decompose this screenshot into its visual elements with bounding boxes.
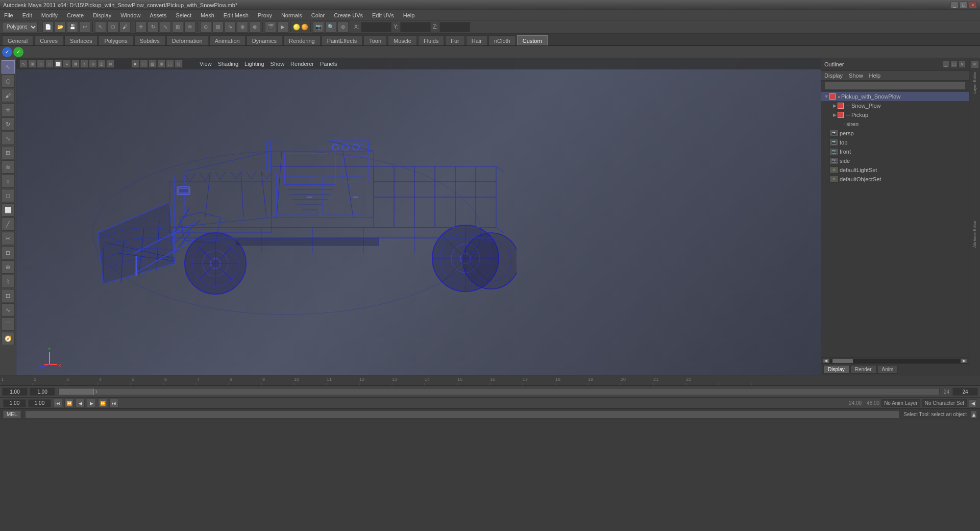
tab-fur[interactable]: Fur xyxy=(445,35,465,45)
offset-edge-btn[interactable]: ⊟ xyxy=(2,246,15,259)
snap-to-curve-btn[interactable]: ∿ xyxy=(225,21,236,33)
light-ball-orange[interactable] xyxy=(301,23,308,31)
save-scene-button[interactable]: 💾 xyxy=(67,21,78,33)
frame-current-input[interactable] xyxy=(28,399,51,407)
expand-icon[interactable]: ▶ xyxy=(831,103,838,109)
snap-to-view-btn[interactable]: ⊗ xyxy=(249,21,260,33)
menu-display[interactable]: Display xyxy=(91,11,113,19)
vp-menu-lighting[interactable]: Lighting xyxy=(244,61,264,67)
move-tool-btn[interactable]: ✛ xyxy=(135,21,146,33)
tab-general[interactable]: General xyxy=(2,35,33,45)
timeline-slider-row[interactable]: 1 24 xyxy=(0,386,980,397)
go-to-start-btn[interactable]: ⏮ xyxy=(53,399,62,408)
y-field[interactable] xyxy=(400,22,431,32)
tree-item-pickup-snowplow[interactable]: ▼ ⬥ Pickup_with_SnowPlow xyxy=(821,92,969,101)
vp-shading3[interactable]: ▨ xyxy=(149,60,157,68)
menu-edit-uvs[interactable]: Edit UVs xyxy=(370,11,396,19)
vp-shading6[interactable]: ⊟ xyxy=(175,60,183,68)
vp-shading1[interactable]: ■ xyxy=(131,60,139,68)
play-back-btn[interactable]: ◀ xyxy=(76,399,85,408)
menu-proxy[interactable]: Proxy xyxy=(256,11,274,19)
vp-icon8[interactable]: ⌇ xyxy=(80,60,88,68)
menu-create-uvs[interactable]: Create UVs xyxy=(332,11,365,19)
select-tool-btn[interactable]: ↖ xyxy=(95,21,106,33)
vp-menu-show[interactable]: Show xyxy=(271,61,285,67)
tab-fluids[interactable]: Fluids xyxy=(418,35,444,45)
scale-left-btn[interactable]: ⤡ xyxy=(2,132,15,145)
paint-select-left-btn[interactable]: 🖌 xyxy=(2,89,15,102)
x-field[interactable] xyxy=(361,22,391,32)
tab-surfaces[interactable]: Surfaces xyxy=(64,35,97,45)
ipr-btn[interactable]: ▶ xyxy=(277,21,288,33)
current-frame-field[interactable] xyxy=(30,388,55,396)
select-arrow-btn[interactable]: ↖ xyxy=(2,60,15,74)
rotate-left-btn[interactable]: ↻ xyxy=(2,117,15,131)
menu-create[interactable]: Create xyxy=(65,11,86,19)
tab-custom[interactable]: Custom xyxy=(517,35,548,45)
new-scene-button[interactable]: 📄 xyxy=(42,21,54,33)
tab-painteffects[interactable]: PaintEffects xyxy=(322,35,363,45)
step-forward-btn[interactable]: ⏩ xyxy=(98,399,107,408)
outliner-help-menu[interactable]: Help xyxy=(869,73,881,79)
outliner-maximize[interactable]: □ xyxy=(950,61,958,68)
split-poly-btn[interactable]: ╱ xyxy=(2,218,15,231)
green-check-icon[interactable]: ✓ xyxy=(13,47,23,57)
tab-hair[interactable]: Hair xyxy=(466,35,487,45)
menu-select[interactable]: Select xyxy=(174,11,193,19)
vp-icon3[interactable]: ⊙ xyxy=(37,60,45,68)
close-button[interactable]: × xyxy=(969,2,977,9)
tab-toon[interactable]: Toon xyxy=(363,35,387,45)
sculpt-btn[interactable]: ○ xyxy=(2,175,15,188)
vp-icon4[interactable]: □ xyxy=(45,60,54,68)
tree-item-defaultobjectset[interactable]: ⊙ defaultObjectSet xyxy=(821,175,969,184)
tab-muscle[interactable]: Muscle xyxy=(388,35,417,45)
append-poly-btn[interactable]: ⬜ xyxy=(2,203,15,216)
soft-mod-left-btn[interactable]: ≋ xyxy=(2,160,15,174)
tree-item-top[interactable]: 📷 top xyxy=(821,138,969,147)
timeline-end-btn[interactable]: ◀ xyxy=(969,399,977,407)
outliner-tree[interactable]: ▼ ⬥ Pickup_with_SnowPlow ▶ — Snow_Pl xyxy=(821,91,969,225)
frame-start-input[interactable] xyxy=(3,399,26,407)
panel-tab-anim[interactable]: Anim xyxy=(877,365,898,374)
menu-help[interactable]: Help xyxy=(401,11,417,19)
vp-icon7[interactable]: ⊠ xyxy=(71,60,80,68)
outliner-show-menu[interactable]: Show xyxy=(849,73,863,79)
vp-menu-view[interactable]: View xyxy=(200,61,212,67)
tab-rendering[interactable]: Rendering xyxy=(283,35,321,45)
render-btn[interactable]: 🎬 xyxy=(265,21,276,33)
play-forward-btn[interactable]: ▶ xyxy=(87,399,96,408)
vp-icon2[interactable]: ⊞ xyxy=(28,60,36,68)
anim-layer-value[interactable]: No Anim Layer xyxy=(881,399,920,407)
tab-deformation[interactable]: Deformation xyxy=(166,35,208,45)
outliner-display-menu[interactable]: Display xyxy=(824,73,843,79)
menu-mesh[interactable]: Mesh xyxy=(199,11,216,19)
cv-curve-btn[interactable]: ∿ xyxy=(2,303,15,317)
move-left-btn[interactable]: ✛ xyxy=(2,103,15,116)
menu-color[interactable]: Color xyxy=(309,11,327,19)
tree-item-siren[interactable]: ◦ siren xyxy=(821,119,969,129)
vp-menu-shading[interactable]: Shading xyxy=(218,61,238,67)
vp-shading4[interactable]: ⊞ xyxy=(157,60,165,68)
vp-menu-renderer[interactable]: Renderer xyxy=(290,61,314,67)
vp-icon10[interactable]: ◫ xyxy=(97,60,106,68)
outliner-close[interactable]: × xyxy=(959,61,966,68)
track-btn[interactable]: 🔍 xyxy=(325,21,336,33)
light-ball-yellow[interactable] xyxy=(293,23,300,31)
universal-left-btn[interactable]: ⊞ xyxy=(2,146,15,159)
timeline-ruler[interactable]: 1 2 3 4 5 6 7 8 9 10 11 12 13 14 15 16 1 xyxy=(0,375,980,386)
show-manip-btn[interactable]: ⊙ xyxy=(200,21,211,33)
menu-edit-mesh[interactable]: Edit Mesh xyxy=(222,11,251,19)
viewport-nav-btn[interactable]: 🧭 xyxy=(2,332,15,345)
tab-ncloth[interactable]: nCloth xyxy=(488,35,516,45)
scale-tool-btn[interactable]: ⤡ xyxy=(160,21,171,33)
viewport-3d-content[interactable]: Y X Z xyxy=(16,69,821,375)
minimize-button[interactable]: _ xyxy=(950,2,959,9)
soft-modify-btn[interactable]: ≋ xyxy=(184,21,195,33)
menu-file[interactable]: File xyxy=(2,11,15,19)
title-controls[interactable]: _ □ × xyxy=(950,2,977,9)
tree-item-snowplow[interactable]: ▶ — Snow_Plow xyxy=(821,101,969,110)
fill-hole-btn[interactable]: ⊡ xyxy=(2,289,15,302)
menu-window[interactable]: Window xyxy=(118,11,142,19)
menu-assets[interactable]: Assets xyxy=(148,11,168,19)
outliner-search-input[interactable] xyxy=(824,82,966,90)
